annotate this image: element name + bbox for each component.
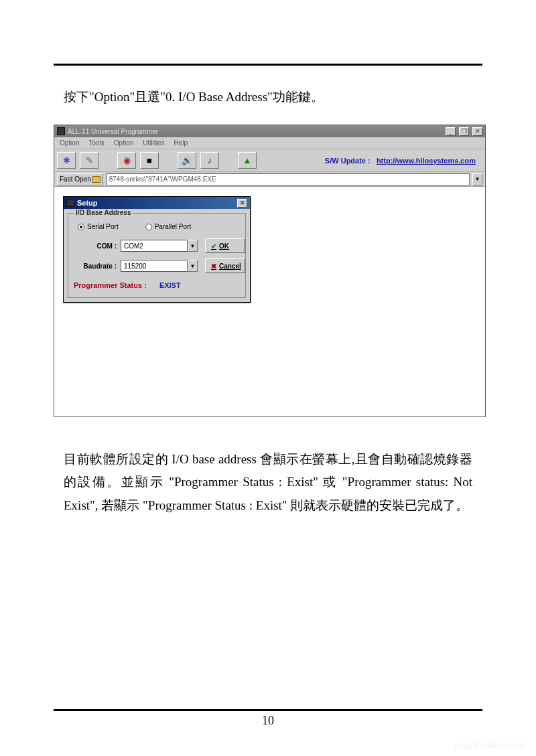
menu-item[interactable]: Option	[114, 139, 133, 147]
baudrate-select[interactable]: 115200	[121, 260, 188, 272]
x-icon: ✖	[211, 262, 216, 270]
cancel-button[interactable]: ✖ Cancel	[205, 258, 245, 273]
toolbar-button-5[interactable]: 🔊	[178, 152, 196, 169]
update-link[interactable]: http://www.hilosystems.com	[377, 157, 476, 165]
dialog-title: Setup	[77, 199, 98, 207]
toolbar-button-2[interactable]: ✎	[80, 152, 98, 169]
toolbar-button-1[interactable]: ✱	[57, 152, 76, 169]
toolbar-button-7[interactable]: ▲	[238, 152, 257, 169]
baidu-watermark: Bai 百度 经验 jingyan.baidu.com	[409, 719, 536, 756]
paw-icon	[441, 725, 458, 741]
path-dropdown-arrow[interactable]: ▼	[472, 173, 482, 185]
folder-icon	[92, 176, 100, 183]
radio-parallel-port[interactable]: Parallel Port	[145, 223, 191, 230]
toolbar: ✱ ✎ ◉ ■ 🔊 ♪ ▲ S/W Update : http://www.hi…	[54, 149, 485, 172]
dialog-icon	[66, 199, 74, 207]
toolbar-button-3[interactable]: ◉	[117, 152, 136, 169]
setup-dialog: Setup ✕ I/O Base Address Serial Port Par…	[63, 196, 251, 303]
menu-item[interactable]: Help	[174, 139, 188, 147]
baudrate-label: Baudrate :	[74, 262, 121, 270]
dialog-titlebar: Setup ✕	[64, 197, 250, 209]
app-title: ALL-11 Universal Programmer	[68, 128, 158, 135]
bottom-rule	[54, 709, 482, 711]
baudrate-dropdown-arrow[interactable]: ▼	[188, 260, 198, 272]
maximize-button[interactable]: ❐	[459, 127, 469, 136]
dialog-close-button[interactable]: ✕	[237, 199, 247, 208]
com-select[interactable]: COM2	[121, 240, 188, 252]
top-rule	[54, 64, 482, 66]
com-label: COM :	[74, 242, 121, 250]
io-base-address-group: I/O Base Address Serial Port Parallel Po…	[68, 213, 246, 298]
fast-open-button[interactable]: Fast Open	[57, 173, 103, 185]
menu-item[interactable]: Tools	[88, 139, 104, 147]
sw-update: S/W Update : http://www.hilosystems.com	[325, 157, 482, 165]
programmer-status: Programmer Status : EXIST	[74, 281, 240, 289]
app-icon	[57, 127, 65, 135]
minimize-button[interactable]: _	[446, 127, 456, 136]
group-legend: I/O Base Address	[74, 209, 133, 216]
ok-button[interactable]: ✔ OK	[205, 238, 245, 253]
toolbar-button-4[interactable]: ■	[140, 152, 159, 169]
path-input[interactable]: 8748-series\"8741A"\WPGM48.EXE	[106, 173, 470, 185]
radio-serial-port[interactable]: Serial Port	[78, 223, 119, 230]
menubar: Option Tools Option Utilities Help	[54, 137, 485, 149]
main-titlebar: ALL-11 Universal Programmer _ ❐ ✕	[54, 125, 485, 137]
com-dropdown-arrow[interactable]: ▼	[188, 240, 198, 252]
paragraph-top: 按下"Option"且選"0. I/O Base Address"功能鍵。	[64, 86, 472, 108]
menu-item[interactable]: Option	[60, 139, 79, 147]
app-window: ALL-11 Universal Programmer _ ❐ ✕ Option…	[54, 125, 486, 417]
paragraph-bottom: 目前軟體所設定的 I/O base address 會顯示在螢幕上,且會自動確認…	[64, 448, 472, 517]
close-button[interactable]: ✕	[472, 127, 482, 136]
toolbar-button-6[interactable]: ♪	[200, 152, 219, 169]
menu-item[interactable]: Utilities	[143, 139, 164, 147]
check-icon: ✔	[211, 242, 216, 250]
fast-open-bar: Fast Open 8748-series\"8741A"\WPGM48.EXE…	[54, 172, 485, 187]
